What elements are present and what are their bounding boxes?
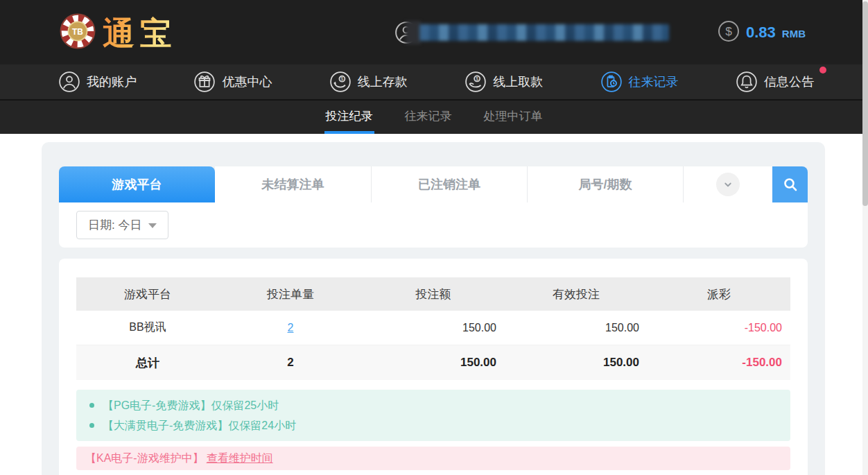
svg-text:TB: TB [72, 26, 83, 36]
subnav-label: 往来记录 [405, 108, 452, 124]
main-nav: 我的账户 优惠中心 $ [0, 64, 868, 99]
total-bet-amount: 150.00 [362, 356, 505, 370]
table-row: BB视讯 2 150.00 150.00 -150.00 [76, 311, 790, 345]
nav-item-deposit[interactable]: $ 线上存款 [329, 71, 408, 93]
tab-unsettled-bets[interactable]: 未结算注单 [215, 166, 371, 202]
avatar [394, 21, 418, 44]
maintenance-text: 【KA电子-游戏维护中】 [85, 451, 204, 466]
nav-item-promotions[interactable]: 优惠中心 [193, 71, 272, 93]
bet-count-link[interactable]: 2 [288, 322, 294, 334]
table-total-row: 总计 2 150.00 150.00 -150.00 [76, 345, 790, 380]
gift-icon [193, 71, 216, 93]
brand-logo[interactable]: TB 通宝 [60, 13, 177, 52]
brand-name: 通宝 [103, 15, 177, 50]
username-mask-dark [406, 21, 421, 44]
col-game-platform: 游戏平台 [76, 286, 219, 302]
notification-badge [819, 67, 826, 74]
nav-label: 优惠中心 [222, 74, 272, 90]
expand-filters-button[interactable] [716, 173, 740, 196]
nav-item-my-account[interactable]: 我的账户 [58, 71, 137, 93]
balance[interactable]: $ 0.83 RMB [718, 20, 806, 45]
dollar-coin-icon: $ [718, 20, 740, 45]
total-label: 总计 [76, 355, 219, 371]
maintenance-notice: 【KA电子-游戏维护中】 查看维护时间 [76, 447, 790, 470]
bell-icon [736, 71, 758, 93]
scrollbar-thumb[interactable] [862, 1, 868, 206]
svg-text:$: $ [340, 76, 343, 81]
withdraw-coin-hand-icon: $ [465, 71, 487, 93]
cell-payout: -150.00 [648, 322, 790, 334]
subnav-item-transaction-records[interactable]: 往来记录 [403, 101, 453, 134]
total-valid-bet: 150.00 [505, 356, 648, 370]
page: TB 通宝 $ 0.83 [0, 0, 868, 475]
tab-game-platform[interactable]: 游戏平台 [59, 166, 215, 202]
col-valid-bet: 有效投注 [505, 286, 648, 302]
nav-label: 信息公告 [764, 74, 814, 90]
sub-nav: 投注纪录 往来记录 处理中订单 [0, 99, 868, 134]
round-number-input[interactable] [527, 166, 683, 202]
search-button[interactable] [772, 166, 808, 202]
col-payout: 派彩 [648, 286, 790, 302]
chevron-down-icon [722, 178, 734, 191]
top-header: TB 通宝 $ 0.83 [0, 0, 868, 64]
col-bet-count: 投注单量 [219, 286, 362, 302]
nav-item-announcements[interactable]: 信息公告 [736, 71, 814, 93]
col-bet-amount: 投注额 [362, 286, 505, 302]
retention-notice-box: 【PG电子-免费游戏】仅保留25小时 【大满贯电子-免费游戏】仅保留24小时 [76, 390, 790, 441]
bullet-icon [89, 403, 94, 408]
nav-label: 线上取款 [493, 74, 543, 90]
cell-bet-amount: 150.00 [362, 322, 505, 334]
tab-cancelled-bets[interactable]: 已注销注单 [371, 166, 527, 202]
maintenance-schedule-link[interactable]: 查看维护时间 [207, 451, 273, 466]
date-filter-dropdown[interactable]: 日期: 今日 [76, 211, 168, 239]
balance-amount: 0.83 [746, 24, 776, 42]
table-header-row: 游戏平台 投注单量 投注额 有效投注 派彩 [76, 277, 790, 311]
date-filter-label: 日期: 今日 [88, 217, 141, 233]
caret-down-icon [148, 223, 157, 228]
subnav-label: 投注纪录 [326, 108, 373, 124]
user-icon [58, 71, 80, 93]
notice-line: 【PG电子-免费游戏】仅保留25小时 [76, 395, 790, 415]
bullet-icon [89, 423, 94, 428]
clipboard-clock-icon [600, 71, 623, 93]
nav-item-withdraw[interactable]: $ 线上取款 [465, 71, 543, 93]
notice-text: 【PG电子-免费游戏】仅保留25小时 [103, 395, 279, 415]
balance-currency: RMB [782, 25, 806, 40]
svg-text:$: $ [476, 76, 478, 81]
bet-summary-card: 游戏平台 投注单量 投注额 有效投注 派彩 BB视讯 2 150.00 150.… [59, 259, 808, 475]
subnav-item-processing-orders[interactable]: 处理中订单 [483, 101, 544, 134]
filter-tabbar: 游戏平台 未结算注单 已注销注单 [59, 166, 808, 202]
nav-label: 往来记录 [629, 74, 679, 90]
username-masked [419, 24, 669, 41]
scrollbar-track[interactable] [862, 0, 868, 475]
nav-item-transaction-records[interactable]: 往来记录 [600, 71, 679, 93]
total-payout: -150.00 [648, 356, 790, 370]
subnav-item-bet-records[interactable]: 投注纪录 [324, 101, 374, 134]
content-card: 游戏平台 未结算注单 已注销注单 [42, 142, 825, 475]
expand-cell [683, 166, 772, 202]
search-icon [782, 176, 799, 193]
total-count: 2 [219, 356, 362, 370]
svg-text:$: $ [725, 24, 732, 38]
notice-text: 【大满贯电子-免费游戏】仅保留24小时 [103, 415, 296, 435]
cell-platform: BB视讯 [76, 320, 219, 335]
nav-label: 线上存款 [358, 74, 408, 90]
subnav-label: 处理中订单 [484, 108, 543, 124]
user-info[interactable] [394, 21, 669, 44]
nav-label: 我的账户 [87, 74, 137, 90]
cell-valid-bet: 150.00 [505, 322, 648, 334]
notice-line: 【大满贯电子-免费游戏】仅保留24小时 [76, 415, 790, 435]
poker-chip-icon: TB [60, 13, 96, 52]
filter-panel: 日期: 今日 [59, 202, 808, 248]
deposit-coin-hand-icon: $ [329, 71, 351, 93]
